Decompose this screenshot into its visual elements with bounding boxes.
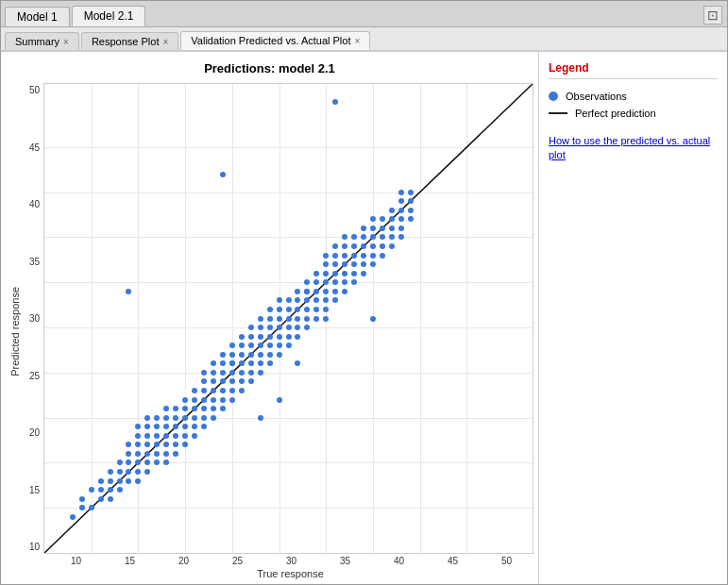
chart-container: Predicted response 101520253035404550 10… (6, 83, 533, 579)
data-point (163, 433, 169, 439)
data-point (398, 198, 404, 204)
data-point (277, 316, 282, 322)
data-point (126, 460, 131, 465)
data-point (277, 334, 282, 340)
y-tick: 50 (29, 85, 40, 95)
data-point (258, 415, 263, 421)
data-point (313, 316, 319, 322)
data-point (277, 352, 282, 358)
data-point (408, 198, 414, 204)
data-point (173, 424, 178, 429)
data-point (220, 406, 226, 411)
data-point (295, 297, 300, 303)
data-point (154, 451, 160, 457)
tab-model1[interactable]: Model 1 (5, 7, 70, 26)
tab-close-response-plot[interactable]: × (162, 37, 168, 47)
data-point (342, 279, 347, 285)
chart-inner: 101520253035404550 101520253035404550 Tr… (21, 83, 533, 579)
data-point (398, 226, 404, 231)
data-point (220, 352, 226, 358)
data-point (313, 297, 319, 303)
data-point (304, 289, 310, 294)
data-point (408, 208, 414, 213)
data-point (370, 216, 376, 222)
tab-close-validation-plot[interactable]: × (354, 36, 360, 46)
data-point (117, 460, 123, 465)
x-tick: 45 (426, 556, 480, 566)
data-point (258, 352, 263, 358)
data-point (135, 433, 141, 439)
data-point (98, 487, 104, 493)
data-point (323, 253, 329, 259)
data-point (135, 469, 141, 475)
data-point (267, 352, 273, 358)
data-point (370, 253, 376, 259)
data-point (201, 415, 207, 421)
tab-model2[interactable]: Model 2.1 (72, 6, 146, 26)
data-point (342, 271, 347, 276)
legend-item-observations: Observations (549, 91, 718, 102)
data-point (135, 451, 141, 457)
data-point (117, 469, 123, 475)
x-tick: 20 (157, 556, 211, 566)
help-link[interactable]: How to use the predicted vs. actual plot (549, 134, 718, 163)
data-point (332, 261, 338, 267)
data-point (182, 415, 188, 421)
data-point (89, 505, 94, 510)
data-point (201, 397, 207, 403)
data-point (201, 388, 207, 393)
data-point (211, 378, 216, 384)
data-point (304, 307, 310, 312)
tab-validation-plot[interactable]: Validation Predicted vs. Actual Plot × (180, 31, 370, 50)
data-point (192, 406, 197, 411)
data-point (380, 226, 385, 231)
data-point (258, 360, 263, 366)
data-point (220, 172, 226, 177)
data-point (173, 451, 178, 457)
data-point (229, 352, 235, 358)
data-point (173, 442, 178, 447)
data-point (258, 325, 263, 330)
data-point (286, 343, 292, 348)
data-point (211, 388, 216, 393)
tab-close-summary[interactable]: × (63, 37, 69, 47)
data-point (342, 243, 347, 249)
data-point (201, 424, 207, 429)
data-point (286, 334, 292, 340)
data-point (370, 234, 376, 240)
data-point (163, 424, 169, 429)
data-point (108, 487, 113, 493)
data-point (277, 307, 282, 312)
data-point (389, 234, 395, 240)
data-point (295, 289, 300, 294)
data-point (229, 397, 235, 403)
data-point (211, 406, 216, 411)
data-point (304, 297, 310, 303)
data-point (98, 478, 104, 484)
data-point (304, 279, 310, 285)
data-point (332, 253, 338, 259)
y-tick: 25 (29, 371, 40, 381)
data-point (332, 271, 338, 276)
data-point (108, 478, 113, 484)
tab-summary[interactable]: Summary × (5, 32, 79, 50)
data-point (370, 243, 376, 249)
data-point (239, 370, 245, 376)
tab-response-plot[interactable]: Response Plot × (81, 32, 178, 50)
x-tick: 10 (49, 556, 103, 566)
data-point (408, 190, 414, 195)
plot-and-yaxis: 101520253035404550 (21, 83, 533, 554)
data-point (126, 451, 131, 457)
data-point (332, 289, 338, 294)
data-point (201, 406, 207, 411)
data-point (361, 243, 366, 249)
data-point (323, 297, 329, 303)
data-point (361, 226, 366, 231)
data-point (370, 316, 376, 322)
data-point (380, 234, 385, 240)
data-point (332, 243, 338, 249)
y-tick: 30 (29, 313, 40, 324)
data-point (248, 325, 254, 330)
data-point (173, 415, 178, 421)
data-point (295, 325, 300, 330)
